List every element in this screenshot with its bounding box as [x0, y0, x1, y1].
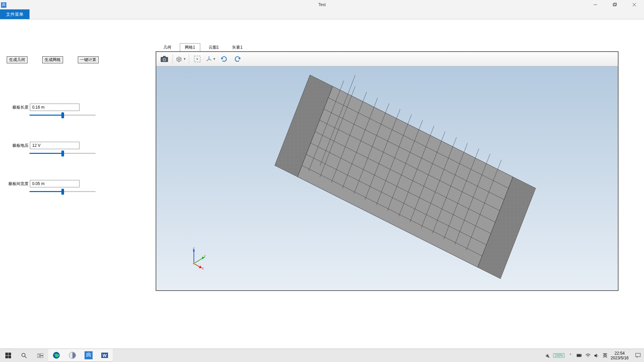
svg-rect-53	[5, 353, 8, 355]
generate-geometry-button[interactable]: 生成几何	[7, 56, 28, 63]
svg-line-13	[209, 59, 211, 60]
svg-rect-2	[613, 4, 616, 6]
param-label: 极板电压	[7, 143, 29, 148]
plate-voltage-input[interactable]	[30, 142, 79, 149]
battery-indicator[interactable]: 100%	[553, 353, 565, 358]
fit-view-button[interactable]	[192, 54, 203, 64]
plate-length-slider[interactable]	[30, 112, 96, 118]
mesh-plate	[203, 71, 572, 280]
power-icon[interactable]: 🔌	[545, 353, 550, 358]
svg-line-14	[207, 59, 209, 61]
menu-file[interactable]: 文件菜单	[0, 9, 30, 19]
start-button[interactable]	[0, 349, 16, 362]
viewport-toolbar: ▼ ▼	[156, 52, 618, 66]
gap-width-slider[interactable]	[30, 189, 96, 195]
svg-rect-7	[163, 56, 166, 57]
svg-rect-59	[37, 354, 39, 357]
svg-point-11	[197, 58, 198, 60]
svg-rect-55	[5, 356, 8, 358]
task-view-button[interactable]	[32, 349, 48, 362]
param-plate-voltage: 极板电压	[7, 142, 117, 157]
chevron-down-icon: ▼	[183, 57, 186, 61]
refresh-ccw-button[interactable]	[232, 54, 243, 64]
volume-icon[interactable]	[594, 353, 599, 358]
view-area: 几何 网格1 云图1 矢量1 ▼ ▼	[156, 43, 621, 291]
ime-indicator[interactable]: 英	[603, 353, 607, 359]
svg-rect-61	[40, 356, 43, 358]
taskbar-app-word[interactable]: W	[97, 349, 113, 362]
work-area: 生成几何 生成网格 一键计算 极板长度 极板电压 极板间宽度	[0, 19, 644, 345]
svg-rect-64	[85, 351, 93, 359]
taskbar-app-comsol[interactable]	[80, 349, 97, 362]
wifi-icon[interactable]	[585, 353, 591, 358]
battery-icon[interactable]	[577, 353, 582, 358]
chevron-up-icon[interactable]: ˄	[568, 353, 573, 358]
svg-point-49	[193, 262, 195, 264]
svg-text:x: x	[202, 266, 204, 270]
window-titlebar: Test	[0, 0, 644, 9]
tab-vector[interactable]: 矢量1	[227, 43, 248, 52]
clock-date: 2023/5/16	[611, 356, 629, 360]
param-plate-length: 极板长度	[7, 104, 117, 118]
close-button[interactable]	[625, 0, 644, 9]
search-button[interactable]	[16, 349, 32, 362]
param-gap-width: 极板间宽度	[7, 180, 117, 195]
chevron-down-icon: ▼	[213, 57, 216, 61]
svg-text:y: y	[204, 254, 206, 258]
toolbar-separator	[189, 54, 189, 64]
svg-text:W: W	[103, 353, 107, 358]
plate-length-input[interactable]	[30, 104, 79, 111]
svg-rect-56	[8, 356, 11, 358]
taskbar-clock[interactable]: 22:54 2023/5/16	[611, 351, 629, 360]
axis-triad: z y x	[187, 247, 207, 270]
svg-rect-69	[577, 354, 581, 356]
tab-mesh[interactable]: 网格1	[180, 43, 200, 52]
refresh-cw-button[interactable]	[219, 54, 229, 64]
svg-rect-71	[636, 353, 640, 357]
view-cube-button[interactable]: ▼	[175, 54, 186, 64]
svg-text:z: z	[193, 247, 195, 250]
clock-time: 22:54	[611, 351, 629, 356]
action-center-icon[interactable]	[635, 353, 641, 358]
svg-rect-3	[614, 3, 616, 5]
snapshot-button[interactable]	[159, 54, 170, 64]
window-title: Test	[318, 2, 326, 7]
svg-line-45	[194, 258, 203, 263]
maximize-button[interactable]	[605, 0, 625, 9]
tab-geometry[interactable]: 几何	[158, 43, 176, 52]
taskbar: W 🔌 100% ˄ 英 22:54 2023/5/16	[0, 349, 644, 362]
axis-toggle-button[interactable]: ▼	[205, 54, 216, 64]
gap-width-input[interactable]	[30, 180, 79, 187]
one-click-compute-button[interactable]: 一键计算	[78, 56, 99, 63]
view-tabs: 几何 网格1 云图1 矢量1	[156, 43, 621, 51]
minimize-button[interactable]	[586, 0, 605, 9]
svg-rect-54	[8, 353, 11, 355]
system-tray: 🔌 100% ˄ 英 22:54 2023/5/16	[545, 351, 641, 360]
menu-bar: 文件菜单	[0, 9, 644, 19]
svg-point-9	[163, 59, 165, 61]
generate-mesh-button[interactable]: 生成网格	[42, 56, 63, 63]
param-label: 极板间宽度	[7, 181, 29, 187]
svg-marker-70	[594, 354, 597, 358]
viewport-3d[interactable]: ▼ ▼	[156, 51, 619, 291]
svg-point-57	[22, 353, 25, 357]
svg-rect-60	[40, 353, 43, 355]
toolbar-separator	[172, 54, 173, 64]
svg-rect-68	[581, 355, 582, 356]
taskbar-app-2[interactable]	[64, 349, 80, 362]
tab-contour[interactable]: 云图1	[204, 43, 224, 52]
param-label: 极板长度	[7, 105, 29, 110]
taskbar-app-edge[interactable]	[48, 349, 64, 362]
plate-voltage-slider[interactable]	[30, 150, 96, 157]
svg-line-58	[25, 356, 26, 358]
app-icon	[1, 2, 6, 8]
control-panel: 生成几何 生成网格 一键计算 极板长度 极板电压 极板间宽度	[7, 56, 117, 218]
